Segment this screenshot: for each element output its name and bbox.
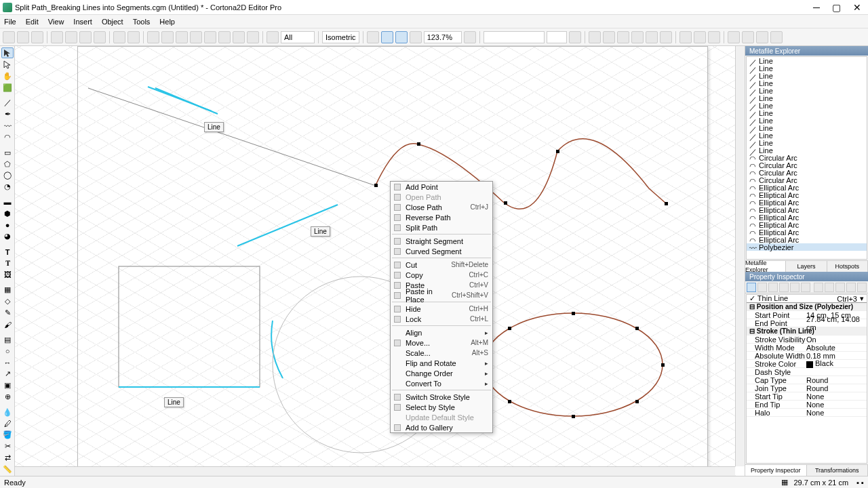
context-straight-segment[interactable]: Straight Segment [391,236,492,246]
tree-item[interactable]: ／Line [747,146,867,154]
tree-item[interactable]: ◠Elliptical Arc [747,214,867,221]
tree-item[interactable]: ／Line [747,117,867,124]
zoom-in-button[interactable] [367,31,379,43]
prop-start-tip[interactable]: Start TipNone [747,392,867,401]
measure-tool[interactable]: 📏 [1,464,14,474]
align-button[interactable] [161,31,174,43]
tree-item[interactable]: ◠Elliptical Arc [747,206,867,214]
tree-item[interactable]: ／Line [747,72,867,79]
paste-button[interactable] [79,31,92,43]
tab-property-inspector[interactable]: Property Inspector [745,465,807,476]
prop-cap-type[interactable]: Cap TypeRound [747,376,867,384]
maximize-button[interactable]: ▢ [832,3,841,12]
context-flip-and-rotate[interactable]: Flip and Rotate▸ [391,358,492,368]
fill-ellipse-tool[interactable]: ● [1,220,14,230]
prop-mode-3[interactable] [768,283,778,292]
pie-tool[interactable]: ◔ [1,182,14,192]
tree-item[interactable]: ／Line [747,87,867,94]
zoom-out-button[interactable] [381,31,393,43]
context-scale-[interactable]: Scale...Alt+S [391,348,492,358]
curve-tool[interactable]: 〰 [1,121,14,131]
super-button[interactable] [646,31,658,43]
tree-item[interactable]: ◠Elliptical Arc [747,228,867,236]
tree-item[interactable]: ◠Circular Arc [747,169,867,176]
hotspot-brush-tool[interactable]: 🖌 [1,319,14,329]
prop-mode-5[interactable] [790,283,800,292]
context-convert-to[interactable]: Convert To▸ [391,378,492,388]
dimension-tool[interactable]: ↔ [1,357,14,367]
group-button[interactable] [176,31,188,43]
pen-tool[interactable]: ✒ [1,109,14,119]
valign-bottom-button[interactable] [756,31,768,43]
arc-tool[interactable]: ◠ [1,132,14,142]
prop-mode-1[interactable] [747,283,756,292]
text-options-button[interactable] [770,31,783,43]
context-copy[interactable]: CopyCtrl+C [391,270,492,280]
tree-item[interactable]: ／Line [747,64,867,72]
prop-dash-style[interactable]: Dash Style [747,368,867,376]
menu-tools[interactable]: Tools [133,18,151,26]
prop-opt-4[interactable] [846,283,856,292]
context-align[interactable]: Align▸ [391,327,492,338]
tree-item[interactable]: ◠Elliptical Arc [747,221,867,228]
save-button[interactable] [31,31,43,43]
prop-opt-2[interactable] [825,283,834,292]
rotate-button[interactable] [233,31,245,43]
tree-item[interactable]: ／Line [747,79,867,87]
menu-insert[interactable]: Insert [73,18,92,26]
prop-absolute-width[interactable]: Absolute Width0.18 mm [747,352,867,360]
new-button[interactable] [3,31,15,43]
zoom-combo[interactable]: 123.7% [424,31,462,43]
metafile-explorer-tree[interactable]: ／Line／Line／Line／Line／Line／Line／Line／Line… [746,56,867,260]
line-tool[interactable]: ／ [1,98,14,108]
underline-button[interactable] [617,31,629,43]
tree-item[interactable]: ◠Elliptical Arc [747,184,867,191]
callout-tool[interactable]: ○ [1,346,14,357]
align-center-button[interactable] [694,31,706,43]
fill-rect-tool[interactable]: ▬ [1,197,14,207]
text-tool[interactable]: T [1,247,14,257]
font-color-button[interactable] [569,31,581,43]
context-close-path[interactable]: Close PathCtrl+J [391,202,492,212]
context-add-point[interactable]: Add Point [391,182,492,192]
cut-segment-tool[interactable]: ✂ [1,441,14,451]
polygon-tool[interactable]: ⬠ [1,159,14,169]
tree-item[interactable]: ／Line [747,102,867,109]
tab-transformations[interactable]: Transformations [807,465,869,476]
context-split-path[interactable]: Split Path [391,222,492,232]
strike-button[interactable] [631,31,644,43]
prop-mode-4[interactable] [779,283,789,292]
rectangle-tool[interactable]: ▭ [1,148,14,158]
text-box-tool[interactable]: 𝐓 [1,258,14,268]
tree-item[interactable]: ／Line [747,131,867,139]
bucket-tool[interactable]: 🪣 [1,430,14,440]
prop-stroke-visibility[interactable]: Stroke VisibilityOn [747,336,867,344]
hand-tool[interactable]: ✋ [1,71,14,81]
zoom-fit-button[interactable] [395,31,408,43]
bold-button[interactable] [589,31,601,43]
direct-select-tool[interactable] [1,60,14,70]
zoom-tool-button[interactable] [464,31,476,43]
transform-button[interactable] [204,31,216,43]
style-combo[interactable]: Isometric [322,31,359,43]
redo-button[interactable] [127,31,140,43]
undo-button[interactable] [113,31,125,43]
context-curved-segment[interactable]: Curved Segment [391,246,492,256]
tree-item[interactable]: ／Line [747,57,867,64]
layer-combo[interactable]: All [281,31,315,43]
menu-edit[interactable]: Edit [26,18,39,26]
close-button[interactable]: ✕ [853,3,861,12]
ellipse-tool[interactable]: ◯ [1,170,14,180]
note-tool[interactable]: ▣ [1,380,14,390]
prop-mode-2[interactable] [757,283,767,292]
paintbrush-tool[interactable]: 🖊 [1,419,14,429]
paste-in-place-button[interactable] [94,31,106,43]
context-lock[interactable]: LockCtrl+L [391,314,492,324]
menu-help[interactable]: Help [159,18,175,26]
prop-join-type[interactable]: Join TypeRound [747,384,867,392]
prop-end-tip[interactable]: End TipNone [747,401,867,409]
menu-view[interactable]: View [48,18,64,26]
canvas-area[interactable]: Line Line Line Add PointOpen PathClose P… [15,46,745,476]
flip-button[interactable] [247,31,259,43]
context-add-to-gallery[interactable]: Add to Gallery [391,422,492,432]
